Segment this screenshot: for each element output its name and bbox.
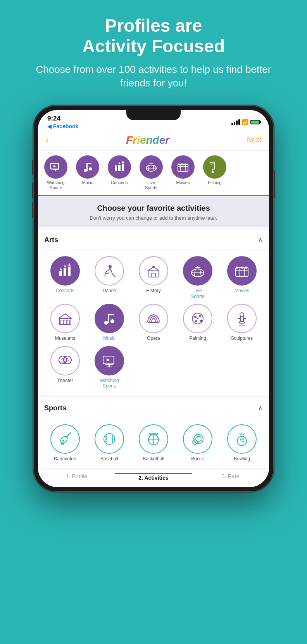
svg-line-95 xyxy=(105,441,107,441)
svg-point-67 xyxy=(199,315,201,317)
arts-section: Arts ∧ xyxy=(38,230,269,395)
activity-icon-painting xyxy=(183,304,212,333)
activity-icon-music xyxy=(95,304,124,333)
svg-rect-20 xyxy=(149,164,154,164)
sports-section: Sports ∧ xyxy=(38,398,269,468)
chip-watching-sports[interactable]: WatchingSports xyxy=(42,155,70,190)
activity-museums[interactable]: Museums xyxy=(44,304,86,341)
activity-icon-history xyxy=(139,256,168,286)
svg-rect-55 xyxy=(245,267,247,269)
activity-icon-dance xyxy=(95,256,124,286)
activity-theater[interactable]: Theater xyxy=(44,346,86,389)
svg-point-66 xyxy=(194,316,197,318)
svg-point-32 xyxy=(210,162,211,163)
activity-label-basketball: Basketball xyxy=(143,456,164,461)
activity-opera[interactable]: Opera xyxy=(133,304,174,341)
activity-badminton[interactable]: Badminton xyxy=(44,424,86,461)
signal-icon xyxy=(231,119,240,125)
svg-rect-84 xyxy=(109,365,110,367)
activity-movies[interactable]: Movies xyxy=(221,256,263,299)
svg-line-97 xyxy=(112,438,113,438)
activity-label-sculptures: Sculptures xyxy=(231,336,253,341)
chip-live-sports[interactable]: LiveSports xyxy=(137,155,165,190)
phone-notch xyxy=(126,110,181,120)
chip-label-movies: Movies xyxy=(176,180,190,185)
activity-label-concerts: Concerts xyxy=(56,288,74,293)
activity-baseball[interactable]: Baseball xyxy=(88,424,130,461)
svg-rect-35 xyxy=(68,267,71,276)
activity-concerts[interactable]: Concerts xyxy=(44,256,86,299)
back-button[interactable]: ‹ xyxy=(46,135,48,145)
svg-rect-41 xyxy=(152,273,155,277)
activity-icon-sculptures xyxy=(227,304,257,333)
choose-section: Choose your favorite activities Don't wo… xyxy=(38,196,269,227)
svg-rect-85 xyxy=(107,367,112,367)
svg-rect-27 xyxy=(181,164,183,165)
svg-line-96 xyxy=(112,436,113,437)
section-divider xyxy=(38,395,269,395)
svg-rect-72 xyxy=(240,316,243,322)
svg-point-6 xyxy=(89,167,92,170)
svg-rect-58 xyxy=(64,320,66,325)
chip-label-concerts: Concerts xyxy=(111,180,128,185)
activity-bocce[interactable]: Bocce xyxy=(177,424,219,461)
svg-line-98 xyxy=(112,439,113,440)
tab-activities[interactable]: 2. Activities xyxy=(115,473,192,481)
sports-header[interactable]: Sports ∧ xyxy=(38,398,269,418)
activity-icon-opera xyxy=(139,304,168,333)
activity-live-sports[interactable]: LiveSports xyxy=(177,256,219,299)
activity-icon-live-sports xyxy=(183,256,212,286)
activity-history[interactable]: History xyxy=(133,256,174,299)
chip-music[interactable]: Music xyxy=(74,155,102,190)
chip-fishing[interactable]: Fishing xyxy=(201,155,229,190)
svg-rect-10 xyxy=(118,165,121,171)
svg-point-39 xyxy=(109,265,112,268)
svg-rect-4 xyxy=(55,170,56,171)
arts-header[interactable]: Arts ∧ xyxy=(38,230,269,250)
activity-sculptures[interactable]: Sculptures xyxy=(221,304,263,341)
choose-subtitle: Don't worry you can change or add to the… xyxy=(44,215,263,221)
activity-label-painting: Painting xyxy=(189,336,206,341)
svg-point-60 xyxy=(104,321,108,325)
activity-watching-sports[interactable]: WatchingSports xyxy=(88,346,130,389)
svg-point-107 xyxy=(194,434,203,444)
svg-line-114 xyxy=(240,434,241,435)
chip-icon-watching-sports xyxy=(44,155,67,179)
chip-icon-music xyxy=(76,155,99,179)
arts-chevron-icon: ∧ xyxy=(258,236,263,244)
activity-icon-badminton xyxy=(50,424,80,454)
svg-rect-33 xyxy=(59,271,62,276)
activity-music[interactable]: Music xyxy=(88,304,130,341)
wifi-icon: 📶 xyxy=(242,119,248,125)
activity-basketball[interactable]: Basketball xyxy=(133,424,174,461)
svg-marker-15 xyxy=(122,160,124,163)
svg-point-113 xyxy=(242,441,244,442)
tab-rate[interactable]: 3. Rate xyxy=(192,473,269,481)
svg-marker-36 xyxy=(60,267,62,270)
activity-label-opera: Opera xyxy=(147,336,160,341)
tab-bar: 1. Profile 2. Activities 3. Rate xyxy=(38,468,269,487)
status-time: 9:24 xyxy=(47,115,78,122)
svg-rect-57 xyxy=(61,320,63,325)
tab-profile[interactable]: 1. Profile xyxy=(38,473,115,481)
activity-icon-bowling xyxy=(227,424,257,454)
chip-concerts[interactable]: Concerts xyxy=(105,155,133,190)
svg-rect-63 xyxy=(108,314,114,315)
svg-rect-53 xyxy=(236,267,238,269)
arts-title: Arts xyxy=(44,236,58,244)
svg-marker-13 xyxy=(115,164,117,167)
svg-point-112 xyxy=(242,438,244,440)
status-icons: 📶 xyxy=(231,119,260,125)
activity-dance[interactable]: Dance xyxy=(88,256,130,299)
svg-rect-11 xyxy=(122,164,124,171)
activity-painting[interactable]: Painting xyxy=(177,304,219,341)
activity-icon-bocce xyxy=(183,424,212,454)
svg-rect-28 xyxy=(185,164,186,165)
activity-bowling[interactable]: Bowling xyxy=(221,424,263,461)
svg-line-116 xyxy=(243,434,244,435)
next-button[interactable]: Next xyxy=(247,136,261,144)
svg-rect-26 xyxy=(178,164,179,165)
activity-label-museums: Museums xyxy=(55,336,75,341)
arts-grid: Concerts Dance xyxy=(38,250,269,395)
chip-movies[interactable]: Movies xyxy=(169,155,197,190)
